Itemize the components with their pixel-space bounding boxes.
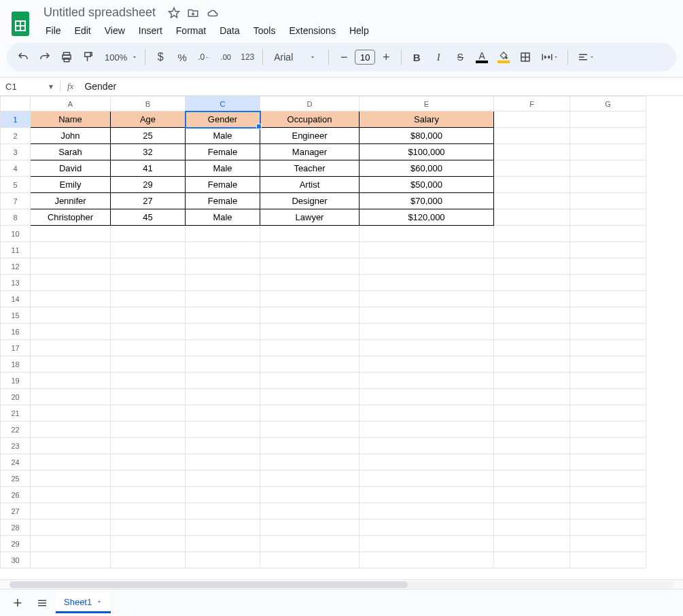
cell[interactable] xyxy=(360,356,494,373)
cell[interactable] xyxy=(494,112,570,128)
row-header[interactable]: 15 xyxy=(1,307,31,324)
cell[interactable] xyxy=(494,128,570,144)
cell[interactable] xyxy=(360,454,494,470)
row-header[interactable]: 18 xyxy=(1,356,31,373)
merge-icon[interactable] xyxy=(538,48,562,67)
cell[interactable] xyxy=(494,258,570,275)
decrease-decimal-icon[interactable]: .0← xyxy=(194,48,213,67)
cell[interactable] xyxy=(494,422,570,438)
cell[interactable] xyxy=(186,242,260,258)
menu-format[interactable]: Format xyxy=(170,22,212,39)
spreadsheet-grid[interactable]: ABCDEFG1NameAgeGenderOccupationSalary2Jo… xyxy=(0,96,683,579)
row-header[interactable]: 27 xyxy=(1,503,31,519)
paint-format-icon[interactable] xyxy=(79,48,98,67)
cell[interactable] xyxy=(570,438,646,454)
column-header[interactable]: E xyxy=(360,97,494,112)
cell[interactable] xyxy=(186,454,260,470)
row-header[interactable]: 22 xyxy=(1,422,31,438)
cell[interactable] xyxy=(494,536,570,552)
cell[interactable] xyxy=(570,503,646,519)
print-icon[interactable] xyxy=(57,48,76,67)
align-icon[interactable] xyxy=(574,48,598,67)
strikethrough-icon[interactable]: S xyxy=(451,48,470,67)
row-header[interactable]: 13 xyxy=(1,275,31,291)
cell[interactable] xyxy=(111,503,186,519)
cell[interactable] xyxy=(360,536,494,552)
cell[interactable] xyxy=(570,275,646,291)
cell[interactable] xyxy=(111,470,186,487)
row-header[interactable]: 30 xyxy=(1,552,31,568)
cell[interactable] xyxy=(570,177,646,193)
cell[interactable] xyxy=(494,356,570,373)
cell[interactable]: Jennifer xyxy=(31,193,111,209)
cell[interactable] xyxy=(111,552,186,568)
cell[interactable] xyxy=(186,503,260,519)
cell[interactable] xyxy=(360,422,494,438)
row-header[interactable]: 28 xyxy=(1,519,31,536)
cell[interactable] xyxy=(494,454,570,470)
cell[interactable]: Male xyxy=(186,209,260,226)
cell[interactable]: John xyxy=(31,128,111,144)
cell[interactable] xyxy=(360,258,494,275)
cell[interactable] xyxy=(570,258,646,275)
cell[interactable] xyxy=(260,536,360,552)
cell[interactable] xyxy=(494,487,570,503)
cell[interactable] xyxy=(186,226,260,242)
cell[interactable] xyxy=(111,291,186,307)
cell[interactable] xyxy=(186,422,260,438)
cell[interactable] xyxy=(186,438,260,454)
cell[interactable] xyxy=(31,340,111,356)
cell[interactable] xyxy=(570,470,646,487)
cell[interactable] xyxy=(31,258,111,275)
cell[interactable] xyxy=(494,470,570,487)
cell[interactable]: Lawyer xyxy=(260,209,360,226)
cell[interactable] xyxy=(31,422,111,438)
font-size-input[interactable] xyxy=(355,50,375,65)
cell[interactable]: Sarah xyxy=(31,144,111,160)
cell[interactable] xyxy=(31,552,111,568)
cell[interactable] xyxy=(360,519,494,536)
cell[interactable]: Female xyxy=(186,193,260,209)
cell[interactable] xyxy=(494,209,570,226)
cell[interactable] xyxy=(111,356,186,373)
row-header[interactable]: 7 xyxy=(1,193,31,209)
sheets-logo-icon[interactable] xyxy=(7,10,34,37)
cell[interactable] xyxy=(111,307,186,324)
star-icon[interactable] xyxy=(168,7,180,19)
cell[interactable] xyxy=(494,144,570,160)
cell[interactable] xyxy=(570,242,646,258)
cell[interactable]: Occupation xyxy=(260,112,360,128)
cell[interactable]: 45 xyxy=(111,209,186,226)
cell[interactable] xyxy=(111,389,186,405)
cell[interactable] xyxy=(570,112,646,128)
cell[interactable] xyxy=(494,193,570,209)
menu-edit[interactable]: Edit xyxy=(69,22,97,39)
cell[interactable] xyxy=(186,552,260,568)
cell[interactable] xyxy=(360,242,494,258)
cell[interactable] xyxy=(570,356,646,373)
cell[interactable] xyxy=(31,275,111,291)
cell[interactable] xyxy=(186,536,260,552)
cell[interactable] xyxy=(111,519,186,536)
add-sheet-icon[interactable]: + xyxy=(7,592,29,614)
cell[interactable] xyxy=(494,291,570,307)
cell[interactable] xyxy=(260,503,360,519)
cell[interactable] xyxy=(31,226,111,242)
undo-icon[interactable] xyxy=(14,48,33,67)
cell[interactable] xyxy=(260,275,360,291)
cell[interactable] xyxy=(570,307,646,324)
cell[interactable] xyxy=(260,389,360,405)
name-box[interactable]: C1 ▼ xyxy=(0,82,60,92)
cell[interactable] xyxy=(570,128,646,144)
cell[interactable] xyxy=(570,405,646,422)
cell[interactable]: Designer xyxy=(260,193,360,209)
increase-font-icon[interactable]: + xyxy=(376,48,396,67)
cell[interactable] xyxy=(186,470,260,487)
cell[interactable] xyxy=(186,324,260,340)
cell[interactable] xyxy=(260,373,360,389)
cell[interactable]: $100,000 xyxy=(360,144,494,160)
currency-icon[interactable]: $ xyxy=(151,48,170,67)
cell[interactable] xyxy=(260,258,360,275)
cell[interactable] xyxy=(360,552,494,568)
cell[interactable]: Engineer xyxy=(260,128,360,144)
